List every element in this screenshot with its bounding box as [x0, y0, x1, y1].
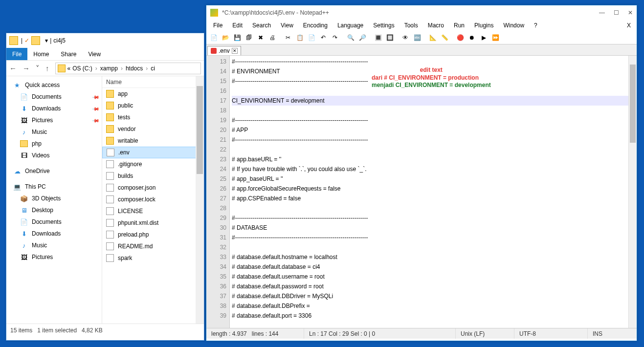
nav-item[interactable]: 🎞Videos: [6, 150, 102, 161]
file-row[interactable]: composer.lock: [102, 194, 204, 205]
nav-item[interactable]: 📄Documents📌: [6, 91, 102, 103]
file-row[interactable]: builds: [102, 170, 204, 182]
file-row[interactable]: LICENSE: [102, 205, 204, 217]
scrollbar-thumb[interactable]: [197, 86, 203, 174]
explorer-titlebar[interactable]: | ✓ ▾ | ci4j5: [6, 33, 204, 48]
toolbar-button[interactable]: ▶: [478, 32, 489, 43]
toolbar-button[interactable]: 📄: [306, 32, 317, 43]
code-line[interactable]: #---------------------------------------…: [232, 115, 637, 125]
file-row[interactable]: phpunit.xml.dist: [102, 217, 204, 229]
scrollbar-vertical[interactable]: [196, 76, 204, 324]
code-line[interactable]: # ENVIRONMENT: [232, 66, 637, 76]
ribbon-share-tab[interactable]: Share: [55, 48, 82, 60]
toolbar-button[interactable]: 🔎: [357, 32, 368, 43]
toolbar-button[interactable]: 📐: [427, 32, 438, 43]
nav-item[interactable]: 🖼Pictures📌: [6, 114, 102, 126]
minimize-button[interactable]: —: [599, 9, 605, 16]
toolbar-button[interactable]: ↶: [318, 32, 329, 43]
menu-item[interactable]: Tools: [400, 21, 422, 30]
menu-item[interactable]: Language: [333, 21, 367, 30]
file-row[interactable]: .gitignore: [102, 158, 204, 170]
code-line[interactable]: # app.forceGlobalSecureRequests = false: [232, 184, 637, 194]
menu-item[interactable]: Window: [499, 21, 528, 30]
toolbar-button[interactable]: 🔴: [455, 32, 466, 43]
toolbar-button[interactable]: 🔍: [345, 32, 356, 43]
code-line[interactable]: [232, 106, 637, 115]
code-line[interactable]: # APP: [232, 125, 637, 135]
file-row[interactable]: .env: [102, 147, 204, 158]
code-text-area[interactable]: #---------------------------------------…: [230, 56, 637, 328]
menu-item[interactable]: Plugins: [470, 21, 497, 30]
code-line[interactable]: #---------------------------------------…: [232, 57, 637, 66]
maximize-button[interactable]: ☐: [614, 9, 619, 16]
toolbar-button[interactable]: ✂: [283, 32, 293, 43]
code-line[interactable]: # app.baseURL = '': [232, 154, 637, 164]
nav-item[interactable]: ⬇Downloads📌: [6, 103, 102, 114]
file-row[interactable]: tests: [102, 111, 204, 123]
scrollbar-vertical[interactable]: [628, 56, 637, 328]
code-line[interactable]: # database.default.DBDriver = MySQLi: [232, 291, 637, 301]
menu-item[interactable]: Encoding: [299, 21, 332, 30]
code-line[interactable]: # database.default.DBPrefix =: [232, 301, 637, 311]
file-row[interactable]: README.md: [102, 240, 204, 252]
menu-item[interactable]: ?: [530, 21, 541, 30]
name-column-header[interactable]: Name: [106, 79, 196, 86]
code-line[interactable]: # DATABASE: [232, 223, 637, 233]
file-row[interactable]: vendor: [102, 123, 204, 135]
toolbar-button[interactable]: 🔤: [412, 32, 422, 43]
npp-titlebar[interactable]: *C:\xampp\htdocs\ci4j5\.env - Notepad++ …: [206, 5, 637, 20]
code-line[interactable]: [232, 145, 637, 154]
nav-item[interactable]: 📦3D Objects: [6, 193, 102, 204]
ribbon-view-tab[interactable]: View: [82, 48, 107, 60]
toolbar-button[interactable]: 🗐: [244, 32, 254, 43]
code-line[interactable]: # database.default.port = 3306: [232, 311, 637, 321]
crumb[interactable]: xampp: [100, 65, 118, 72]
up-button[interactable]: ↑: [45, 64, 49, 72]
code-line[interactable]: # If you have trouble with `.`, you coul…: [232, 164, 637, 174]
toolbar-button[interactable]: 📏: [439, 32, 450, 43]
nav-item[interactable]: ♪Music: [6, 239, 102, 251]
title-down-icon[interactable]: ▾: [45, 37, 48, 44]
toolbar-button[interactable]: ⏩: [490, 32, 501, 43]
nav-item[interactable]: ★Quick access: [6, 79, 102, 91]
navigation-pane[interactable]: ★Quick access📄Documents📌⬇Downloads📌🖼Pict…: [6, 76, 102, 324]
code-line[interactable]: # app.CSPEnabled = false: [232, 194, 637, 203]
tab-close-button[interactable]: ✕: [232, 48, 238, 54]
nav-item[interactable]: 📄Documents: [6, 216, 102, 228]
toolbar-button[interactable]: 👁: [400, 32, 411, 43]
code-line[interactable]: # app_baseURL = '': [232, 174, 637, 184]
file-row[interactable]: preload.php: [102, 229, 204, 240]
editor-area[interactable]: 1314151617181920212223242526272829303132…: [206, 55, 637, 328]
code-line[interactable]: #---------------------------------------…: [232, 76, 637, 86]
ribbon-file-tab[interactable]: File: [6, 48, 27, 60]
code-line[interactable]: [232, 86, 637, 96]
crumb[interactable]: htdocs: [126, 65, 143, 72]
toolbar-button[interactable]: ✖: [255, 32, 266, 43]
menu-item[interactable]: Run: [450, 21, 468, 30]
column-header[interactable]: Name ^: [102, 76, 204, 88]
code-line[interactable]: #---------------------------------------…: [232, 213, 637, 223]
code-line[interactable]: # database.default.database = ci4: [232, 262, 637, 272]
code-line[interactable]: # database.default.hostname = localhost: [232, 252, 637, 262]
menu-item[interactable]: View: [277, 21, 297, 30]
code-line[interactable]: # database.default.username = root: [232, 272, 637, 282]
file-row[interactable]: app: [102, 88, 204, 100]
toolbar-button[interactable]: ⏺: [466, 32, 477, 43]
recent-dropdown[interactable]: ˅: [36, 64, 40, 73]
code-line[interactable]: CI_ENVIRONMENT = development: [232, 96, 637, 106]
nav-item[interactable]: 🖼Pictures: [6, 251, 102, 263]
code-line[interactable]: #---------------------------------------…: [232, 135, 637, 145]
crumb[interactable]: ci: [151, 65, 155, 72]
file-row[interactable]: spark: [102, 252, 204, 264]
toolbar-button[interactable]: 🔳: [373, 32, 383, 43]
file-row[interactable]: writable: [102, 135, 204, 147]
close-button[interactable]: ✕: [628, 9, 633, 16]
code-line[interactable]: [232, 203, 637, 213]
address-bar[interactable]: « OS (C:)› xampp› htdocs› ci: [55, 63, 201, 74]
nav-item[interactable]: 💻This PC: [6, 181, 102, 193]
toolbar-button[interactable]: 📂: [220, 32, 231, 43]
menu-item[interactable]: Edit: [228, 21, 246, 30]
toolbar-button[interactable]: ↷: [330, 32, 340, 43]
menu-item[interactable]: Settings: [369, 21, 398, 30]
scrollbar-thumb[interactable]: [630, 65, 636, 143]
